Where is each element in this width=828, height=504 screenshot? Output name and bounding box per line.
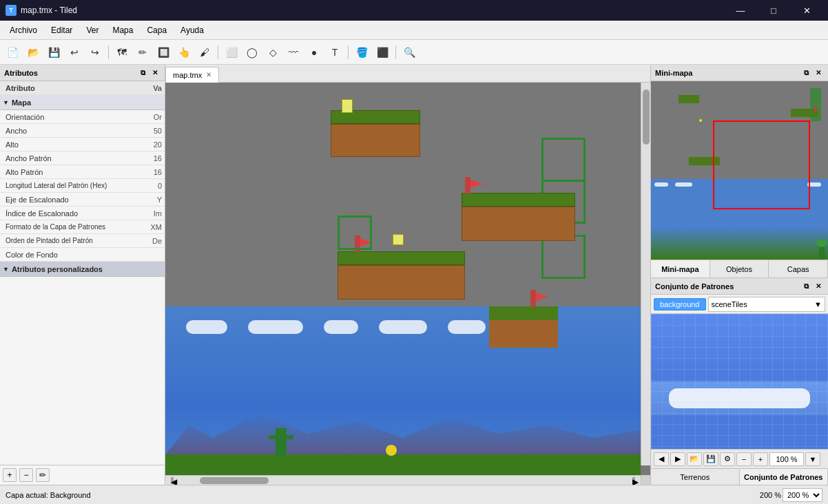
mm-coin (699, 119, 702, 122)
toolbar-undo[interactable]: ↩ (65, 43, 84, 62)
menu-editar[interactable]: Editar (44, 23, 79, 38)
toolbar-magic-wand[interactable]: 🔲 (154, 43, 173, 62)
cloud-1 (186, 320, 227, 334)
toolbar-redo[interactable]: ↪ (85, 43, 105, 62)
attr-ancho: Ancho 50 (0, 124, 165, 138)
panel-close-button[interactable]: ✕ (149, 67, 161, 78)
minimap-close-button[interactable]: ✕ (813, 67, 824, 78)
attr-longitud-lateral-val: 0 (130, 182, 165, 190)
panel-header-buttons: ⧉ ✕ (137, 67, 161, 78)
conjunto-dropdown[interactable]: sceneTiles ▼ (708, 297, 826, 312)
map-canvas[interactable] (165, 83, 650, 475)
toolbar-polygon[interactable]: ◇ (263, 43, 282, 62)
attr-orden-pintado-val: De (130, 237, 165, 245)
section-mapa-label: Mapa (12, 98, 31, 107)
map-area: ◀ ▶ (165, 83, 650, 485)
toolbar-text[interactable]: T (325, 43, 344, 62)
zoom-select[interactable]: 200 % 100 % 50 % (783, 488, 822, 502)
close-button[interactable]: ✕ (791, 0, 822, 21)
center-area: map.tmx ✕ (165, 65, 650, 485)
h-scrollbar-thumb[interactable] (200, 477, 269, 484)
rb-tab-terrenos[interactable]: Terrenos (651, 469, 740, 485)
mm-cloud1 (654, 182, 668, 187)
attr-alto-val: 20 (130, 140, 165, 149)
toolbar-new[interactable]: 📄 (3, 43, 22, 62)
mm-p1 (679, 95, 699, 103)
toolbar-point[interactable]: ● (304, 43, 324, 62)
vertical-scrollbar[interactable] (641, 83, 650, 465)
platform-4-top (338, 251, 465, 265)
conjunto-toolbar: ◀ ▶ 📂 💾 ⚙ − + 100 % ▼ (651, 449, 828, 468)
toolbar-paint[interactable]: 🖌 (195, 43, 214, 62)
panel-float-button[interactable]: ⧉ (137, 67, 148, 78)
section-custom-triangle: ▼ (3, 266, 9, 273)
tileset-area[interactable] (651, 314, 828, 449)
add-attr-button[interactable]: + (3, 468, 17, 482)
blue-platform (489, 306, 558, 348)
minitab-capas[interactable]: Capas (769, 260, 828, 277)
ct-btn-save[interactable]: 💾 (703, 452, 718, 466)
toolbar-rect[interactable]: ⬜ (222, 43, 241, 62)
conjunto-section: Conjunto de Patrones ⧉ ✕ background scen… (651, 278, 828, 485)
minimize-button[interactable]: — (725, 0, 756, 21)
green-box-3 (541, 235, 586, 279)
attr-longitud-lateral: Longitud Lateral del Patrón (Hex) 0 (0, 179, 165, 193)
menu-mapa[interactable]: Mapa (105, 23, 140, 38)
attr-indice-escalonado-val: Im (130, 209, 165, 218)
h-scroll-left[interactable]: ◀ (171, 477, 174, 484)
attr-eje-escalonado-key: Eje de Escalonado (0, 196, 130, 204)
right-bottom-tabs: Terrenos Conjunto de Patrones (651, 468, 828, 485)
menu-ayuda[interactable]: Ayuda (174, 23, 211, 38)
ct-btn-back[interactable]: ◀ (654, 452, 669, 466)
vertical-scrollbar-thumb[interactable] (643, 90, 650, 145)
horizontal-scrollbar[interactable]: ◀ ▶ (165, 475, 650, 485)
cloud-5 (448, 320, 486, 334)
menu-ver[interactable]: Ver (79, 23, 105, 38)
toolbar-eraser[interactable]: ⬛ (373, 43, 392, 62)
toolbar-open[interactable]: 📂 (23, 43, 43, 62)
edit-attr-button[interactable]: ✏ (36, 468, 50, 482)
maximize-button[interactable]: □ (758, 0, 789, 21)
attr-alto-patron-val: 16 (130, 168, 165, 176)
conjunto-close-button[interactable]: ✕ (813, 281, 824, 292)
minitab-objetos[interactable]: Objetos (710, 260, 769, 277)
section-custom[interactable]: ▼ Atributos personalizados (0, 262, 165, 277)
toolbar-stamp[interactable]: 🗺 (112, 43, 132, 62)
attr-formato-capa-val: XM (130, 223, 165, 231)
menu-archivo[interactable]: Archivo (3, 23, 44, 38)
toolbar-save[interactable]: 💾 (44, 43, 63, 62)
ct-btn-zoom-arrow[interactable]: ▼ (805, 452, 820, 466)
ct-btn-settings[interactable]: ⚙ (720, 452, 735, 466)
ct-btn-forward[interactable]: ▶ (670, 452, 685, 466)
ct-btn-add[interactable]: 📂 (687, 452, 702, 466)
cloud-3 (324, 320, 358, 334)
platform-4 (338, 251, 465, 300)
tab-map-close[interactable]: ✕ (206, 71, 211, 78)
toolbar-select-tiles[interactable]: ✏ (133, 43, 152, 62)
remove-attr-button[interactable]: − (19, 468, 33, 482)
rb-tab-conjunto[interactable]: Conjunto de Patrones (740, 469, 829, 485)
h-scroll-right[interactable]: ▶ (632, 477, 635, 484)
toolbar-select[interactable]: 👆 (174, 43, 194, 62)
clouds (179, 320, 641, 334)
conjunto-tab-background[interactable]: background (654, 298, 706, 311)
tab-map-label: map.tmx (173, 71, 202, 79)
toolbar-fill[interactable]: 🪣 (352, 43, 371, 62)
ct-btn-zoom-out[interactable]: − (736, 452, 752, 466)
attr-eje-escalonado-val: Y (130, 196, 165, 204)
ct-btn-zoom-in[interactable]: + (753, 452, 768, 466)
green-box-left (338, 216, 372, 250)
tab-map[interactable]: map.tmx ✕ (165, 67, 219, 83)
section-mapa[interactable]: ▼ Mapa (0, 95, 165, 110)
attr-formato-capa-key: Formato de la Capa de Patrones (0, 223, 130, 231)
toolbar-zoom-in[interactable]: 🔍 (400, 43, 419, 62)
section-mapa-triangle: ▼ (3, 99, 9, 106)
minitab-minimapa[interactable]: Mini-mapa (651, 260, 710, 277)
menu-capa[interactable]: Capa (140, 23, 174, 38)
separator-4 (395, 45, 396, 59)
attr-indice-escalonado-key: Índice de Escalonado (0, 209, 130, 218)
conjunto-float-button[interactable]: ⧉ (800, 281, 811, 292)
toolbar-polyline[interactable]: 〰 (284, 43, 303, 62)
toolbar-ellipse[interactable]: ◯ (242, 43, 262, 62)
minimap-float-button[interactable]: ⧉ (800, 67, 811, 78)
